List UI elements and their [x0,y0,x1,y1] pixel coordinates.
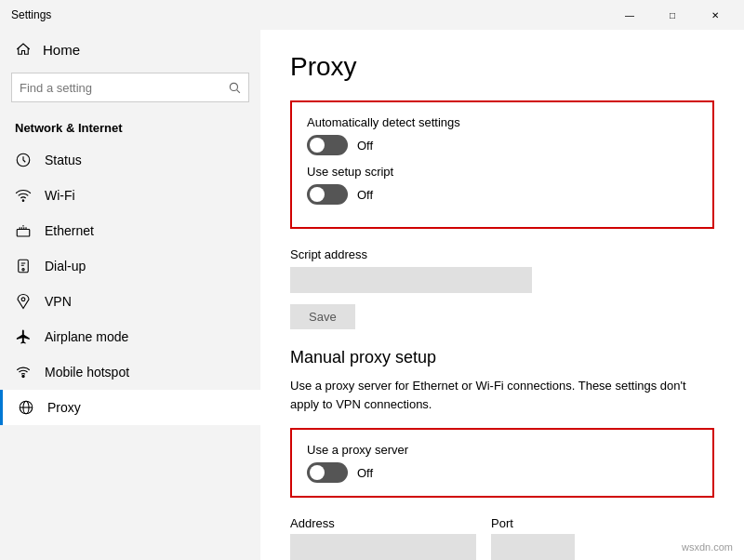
titlebar-title: Settings [7,8,51,21]
port-group: Port [491,516,575,560]
sidebar: Home Network & Internet Status Wi-Fi [0,30,260,560]
dialup-icon [15,258,32,274]
sidebar-item-airplane[interactable]: Airplane mode [0,319,260,354]
close-button[interactable]: ✕ [694,0,737,30]
sidebar-item-ethernet-label: Ethernet [45,223,94,238]
port-label: Port [491,516,575,530]
minimize-button[interactable]: — [608,0,651,30]
page-title: Proxy [290,52,714,82]
use-proxy-section: Use a proxy server Off [290,428,714,498]
titlebar-controls: — □ ✕ [608,0,737,30]
svg-point-3 [22,200,24,202]
sidebar-item-wifi-label: Wi-Fi [45,188,75,203]
proxy-server-toggle[interactable] [307,462,348,483]
setup-script-label: Use setup script [307,165,698,179]
search-input[interactable] [20,81,222,95]
setup-script-setting: Use setup script Off [307,165,698,205]
sidebar-item-proxy[interactable]: Proxy [0,390,260,425]
sidebar-item-hotspot[interactable]: Mobile hotspot [0,354,260,390]
script-address-input[interactable] [290,267,532,293]
svg-rect-4 [17,230,30,237]
hotspot-icon [15,364,32,380]
sidebar-item-status[interactable]: Status [0,142,260,178]
sidebar-item-vpn[interactable]: VPN [0,284,260,319]
manual-proxy-section: Manual proxy setup Use a proxy server fo… [290,348,714,560]
sidebar-item-dialup-label: Dial-up [45,259,86,273]
auto-proxy-section: Automatically detect settings Off Use se… [290,100,714,229]
titlebar: Settings — □ ✕ [0,0,744,30]
auto-detect-setting: Automatically detect settings Off [307,115,698,155]
script-address-section: Script address Save [290,247,714,329]
watermark: wsxdn.com [682,541,733,553]
svg-point-0 [230,83,237,90]
ethernet-icon [15,222,32,239]
auto-detect-toggle-row: Off [307,135,698,155]
manual-proxy-title: Manual proxy setup [290,348,714,367]
vpn-icon [15,293,32,310]
sidebar-item-airplane-label: Airplane mode [45,329,128,344]
setup-script-toggle-row: Off [307,184,698,205]
svg-point-8 [22,375,24,377]
auto-detect-label: Automatically detect settings [307,115,698,129]
proxy-icon [18,399,34,416]
svg-line-1 [237,90,240,93]
manual-proxy-description: Use a proxy server for Ethernet or Wi-Fi… [290,377,699,413]
sidebar-item-ethernet[interactable]: Ethernet [0,213,260,248]
save-button[interactable]: Save [290,304,355,329]
maximize-button[interactable]: □ [651,0,694,30]
setup-script-toggle[interactable] [307,184,348,205]
status-icon [15,152,32,168]
home-icon [15,41,32,58]
sidebar-item-vpn-label: VPN [45,294,72,309]
sidebar-item-proxy-label: Proxy [47,400,81,415]
sidebar-item-status-label: Status [45,153,82,167]
proxy-server-toggle-row: Off [307,462,698,483]
main-window: Home Network & Internet Status Wi-Fi [0,30,744,560]
svg-point-7 [21,298,25,301]
proxy-server-status: Off [357,466,373,480]
script-address-label: Script address [290,247,714,261]
content-area: Proxy Automatically detect settings Off … [260,30,744,560]
address-label: Address [290,516,476,530]
home-label: Home [43,42,80,58]
address-group: Address [290,516,476,560]
airplane-icon [15,328,32,345]
search-box[interactable] [11,73,249,102]
address-port-row: Address Port [290,516,714,560]
setup-script-status: Off [357,188,373,202]
sidebar-item-hotspot-label: Mobile hotspot [45,365,129,380]
auto-detect-toggle[interactable] [307,135,348,155]
address-input[interactable] [290,534,476,560]
wifi-icon [15,187,32,204]
proxy-server-label: Use a proxy server [307,443,698,457]
port-input[interactable] [491,534,575,560]
svg-point-6 [22,269,24,271]
sidebar-item-home[interactable]: Home [0,30,260,69]
sidebar-item-dialup[interactable]: Dial-up [0,248,260,284]
search-icon [228,81,241,94]
sidebar-item-wifi[interactable]: Wi-Fi [0,178,260,213]
sidebar-category: Network & Internet [0,113,260,142]
auto-detect-status: Off [357,139,373,153]
